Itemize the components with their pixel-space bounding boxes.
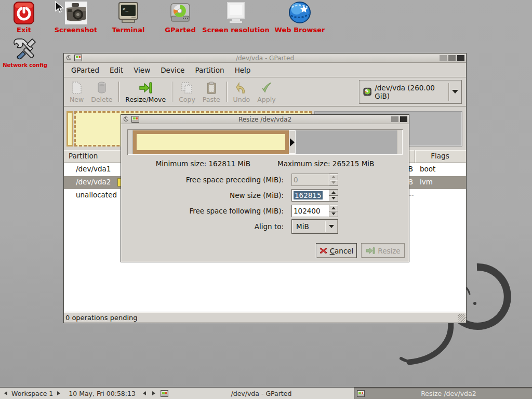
camera-icon — [64, 2, 88, 24]
new-size-input[interactable]: 162815 — [291, 189, 329, 202]
workspace-label: Workspace 1 — [11, 390, 53, 397]
main-window-title: /dev/vda - GParted — [64, 55, 466, 62]
spin-down-icon — [331, 197, 336, 200]
new-button[interactable]: New — [66, 79, 87, 105]
desktop-icon-label: Terminal — [112, 26, 145, 34]
apply-check-icon — [260, 81, 273, 94]
partition-block-vda1[interactable] — [66, 111, 73, 147]
desktop-icon-network-config[interactable]: Network config — [3, 37, 47, 68]
gparted-app-mini-icon — [74, 55, 82, 61]
maximize-button[interactable] — [391, 116, 398, 122]
field-row-following: Free space following (MiB): 102400 — [121, 205, 409, 217]
column-header-flags[interactable]: Flags — [415, 152, 465, 160]
menu-edit[interactable]: Edit — [104, 63, 128, 77]
toolbar-separator — [227, 82, 227, 102]
undo-button[interactable]: Undo — [230, 79, 254, 105]
preceding-spinner — [329, 174, 338, 186]
desktop-icon-label: Screen resolution — [202, 26, 269, 34]
window-cycle-buttons[interactable] — [139, 388, 157, 399]
close-button[interactable] — [457, 55, 464, 61]
minimize-button[interactable] — [440, 55, 447, 61]
status-bar: 0 operations pending — [64, 312, 466, 323]
slider-right-cap — [397, 130, 402, 154]
gparted-app-mini-icon — [131, 116, 139, 123]
menu-view[interactable]: View — [128, 63, 155, 77]
taskbar-task-gparted[interactable]: /dev/vda - GParted — [157, 388, 354, 399]
network-config-tools-icon — [12, 37, 37, 61]
svg-text:>_: >_ — [123, 6, 128, 11]
desktop-icon-label: Exit — [17, 26, 31, 34]
dialog-title: Resize /dev/vda2 — [121, 116, 409, 123]
resize-slider[interactable] — [127, 129, 403, 155]
desktop-icon-label: Network config — [3, 62, 47, 68]
chevron-down-icon — [452, 90, 458, 94]
gparted-disk-icon — [169, 2, 191, 24]
field-row-new-size: New size (MiB): 162815 — [121, 189, 409, 202]
resize-move-button[interactable]: Resize/Move — [122, 79, 169, 105]
paste-button[interactable]: Paste — [199, 79, 224, 105]
mouse-cursor — [54, 1, 65, 14]
menu-bar: GParted Edit View Device Partition Help — [64, 63, 466, 77]
web-browser-globe-icon — [288, 1, 312, 24]
desktop-icon-exit[interactable]: Exit — [5, 2, 43, 34]
align-value: MiB — [292, 222, 325, 231]
new-size-spinner[interactable] — [329, 189, 338, 202]
taskbar-task-resize-dialog-active[interactable]: Resize /dev/vda2 — [354, 388, 532, 399]
device-disk-icon — [363, 87, 371, 96]
spin-down-icon — [331, 181, 336, 184]
following-input[interactable]: 102400 — [291, 205, 329, 217]
field-row-align: Align to: MiB — [121, 219, 409, 234]
spin-up-icon — [331, 191, 336, 194]
task-label: Resize /dev/vda2 — [368, 390, 529, 397]
slider-left-cap — [128, 130, 133, 154]
menu-partition[interactable]: Partition — [190, 63, 229, 77]
preceding-label: Free space preceding (MiB): — [131, 176, 284, 184]
spin-up-icon — [331, 207, 336, 209]
menu-device[interactable]: Device — [155, 63, 190, 77]
window-menu-swirl-icon[interactable] — [65, 55, 72, 61]
column-header-partition[interactable]: Partition — [69, 152, 98, 160]
slider-partition-segment[interactable] — [133, 130, 289, 154]
desktop-icon-terminal[interactable]: >_ Terminal — [106, 2, 151, 34]
resize-button[interactable]: Resize — [361, 243, 405, 258]
workspace-switcher[interactable]: Workspace 1 — [0, 388, 63, 399]
window-menu-swirl-icon[interactable] — [123, 116, 129, 123]
toolbar-separator — [118, 82, 119, 102]
terminal-crt-icon: >_ — [118, 2, 139, 24]
desktop-icon-screen-resolution[interactable]: Screen resolution — [201, 2, 271, 34]
following-spinner[interactable] — [329, 205, 338, 217]
maximum-size-label: Maximum size: 265215 MiB — [277, 159, 374, 168]
field-row-preceding: Free space preceding (MiB): 0 — [121, 174, 409, 186]
maximize-button[interactable] — [448, 55, 456, 61]
slider-resize-handle[interactable] — [289, 130, 296, 154]
exit-power-icon — [13, 2, 35, 24]
workspace-next-icon[interactable] — [57, 391, 60, 395]
dialog-titlebar[interactable]: Resize /dev/vda2 — [121, 115, 409, 124]
workspace-prev-icon[interactable] — [4, 391, 7, 395]
minimum-size-label: Minimum size: 162811 MiB — [156, 159, 250, 168]
device-selector[interactable]: /dev/vda (260.00 GiB) — [359, 80, 462, 104]
menu-help[interactable]: Help — [230, 63, 256, 77]
menu-gparted[interactable]: GParted — [66, 63, 104, 77]
copy-icon — [181, 81, 193, 94]
next-window-icon[interactable] — [152, 391, 155, 395]
gparted-app-mini-icon — [161, 390, 168, 397]
new-size-label: New size (MiB): — [131, 191, 284, 200]
delete-partition-icon — [97, 81, 107, 94]
resize-arrow-icon — [366, 247, 375, 255]
cancel-button[interactable]: Cancel — [316, 243, 357, 258]
desktop-icon-gparted[interactable]: GParted — [158, 2, 202, 34]
copy-button[interactable]: Copy — [175, 79, 199, 105]
delete-button[interactable]: Delete — [87, 79, 116, 105]
undo-icon — [236, 81, 247, 94]
selected-text: 162815 — [294, 191, 323, 200]
main-window-titlebar[interactable]: /dev/vda - GParted — [64, 54, 466, 63]
clock: 10 May, Fri 00:58:13 — [63, 388, 139, 399]
close-button[interactable] — [400, 116, 407, 122]
align-dropdown[interactable]: MiB — [291, 219, 338, 234]
apply-button[interactable]: Apply — [254, 79, 279, 105]
prev-window-icon[interactable] — [143, 391, 146, 395]
size-limits: Minimum size: 162811 MiB Maximum size: 2… — [121, 159, 409, 168]
resize-grip[interactable] — [458, 314, 466, 322]
desktop-icon-web-browser[interactable]: Web Browser — [270, 1, 329, 34]
